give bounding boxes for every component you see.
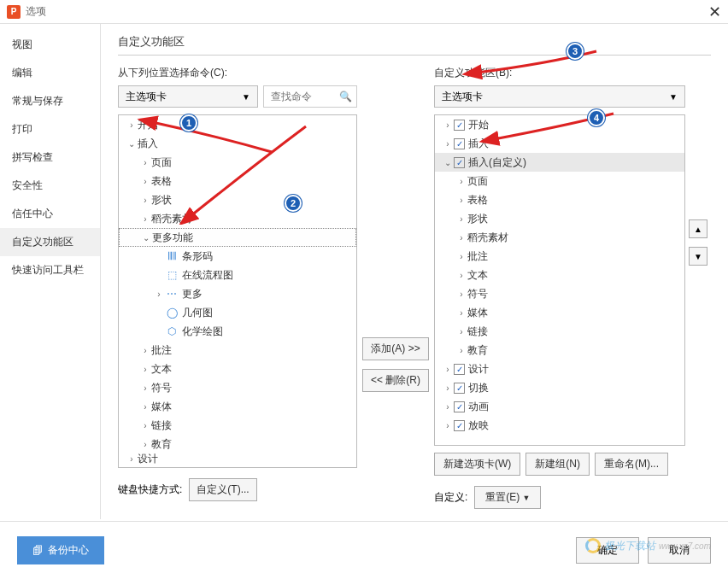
sidebar-item[interactable]: 编辑 — [0, 59, 100, 87]
tree-item[interactable]: ›批注 — [119, 341, 356, 360]
chevron-down-icon[interactable]: ⌄ — [442, 158, 454, 167]
tree-item[interactable]: ⬡化学绘图 — [119, 322, 356, 341]
chevron-right-icon[interactable]: › — [442, 421, 454, 430]
chevron-right-icon[interactable]: › — [139, 365, 151, 374]
tree-item[interactable]: ›表格 — [119, 172, 356, 190]
chevron-right-icon[interactable]: › — [442, 120, 454, 130]
backup-center-button[interactable]: 🗐 备份中心 — [17, 536, 104, 564]
cancel-button[interactable]: 取消 — [648, 537, 711, 564]
move-up-button[interactable]: ▲ — [689, 219, 707, 238]
left-tree[interactable]: ›开始⌄插入›页面›表格›形状›稻壳素材⌄更多功能𝄃𝄃𝄂条形码⬚在线流程图›⋯更… — [118, 114, 357, 468]
checkbox[interactable]: ✓ — [454, 364, 465, 375]
chevron-right-icon[interactable]: › — [126, 120, 138, 130]
tree-item[interactable]: ›页面 — [119, 153, 356, 172]
search-input[interactable]: 🔍 — [263, 85, 357, 108]
tree-item[interactable]: ›文本 — [119, 360, 356, 378]
chevron-right-icon[interactable]: › — [455, 308, 467, 318]
chevron-down-icon[interactable]: ⌄ — [140, 233, 152, 243]
sidebar-item[interactable]: 安全性 — [0, 172, 100, 200]
tree-item[interactable]: ›页面 — [435, 172, 684, 190]
tree-item[interactable]: ›文本 — [435, 266, 684, 284]
tree-item[interactable]: ›✓插入 — [435, 134, 684, 153]
tree-item[interactable]: ›稻壳素材 — [435, 228, 684, 247]
tree-item[interactable]: ›符号 — [435, 284, 684, 303]
tree-item[interactable]: ›✓放映 — [435, 416, 684, 435]
tree-item[interactable]: ›表格 — [435, 190, 684, 209]
chevron-right-icon[interactable]: › — [139, 402, 151, 412]
tree-item[interactable]: ›形状 — [119, 190, 356, 209]
chevron-right-icon[interactable]: › — [153, 290, 165, 299]
rename-button[interactable]: 重命名(M)... — [595, 453, 668, 476]
left-dropdown[interactable]: 主选项卡 ▼ — [118, 85, 258, 108]
chevron-right-icon[interactable]: › — [455, 346, 467, 355]
sidebar-item[interactable]: 打印 — [0, 115, 100, 143]
tree-item[interactable]: ›✓切换 — [435, 378, 684, 397]
tree-item[interactable]: ›稻壳素材 — [119, 209, 356, 228]
new-group-button[interactable]: 新建组(N) — [525, 453, 590, 476]
tree-item[interactable]: ›设计 — [119, 453, 356, 464]
close-icon[interactable]: ✕ — [708, 3, 721, 21]
chevron-right-icon[interactable]: › — [139, 158, 151, 167]
chevron-right-icon[interactable]: › — [139, 214, 151, 224]
right-tree[interactable]: ›✓开始›✓插入⌄✓插入(自定义)›页面›表格›形状›稻壳素材›批注›文本›符号… — [434, 114, 685, 446]
ok-button[interactable]: 确定 — [576, 537, 639, 564]
remove-button[interactable]: << 删除(R) — [362, 369, 429, 392]
tree-item[interactable]: ›形状 — [435, 209, 684, 228]
sidebar-item[interactable]: 拼写检查 — [0, 143, 100, 172]
tree-item[interactable]: 𝄃𝄃𝄂条形码 — [119, 247, 356, 266]
tree-item[interactable]: ›✓设计 — [435, 360, 684, 378]
chevron-right-icon[interactable]: › — [455, 252, 467, 261]
tree-item[interactable]: ›⋯更多 — [119, 284, 356, 303]
kb-customize-button[interactable]: 自定义(T)... — [189, 478, 256, 501]
tree-item[interactable]: ›开始 — [119, 115, 356, 134]
chevron-right-icon[interactable]: › — [139, 177, 151, 186]
chevron-right-icon[interactable]: › — [455, 290, 467, 299]
chevron-right-icon[interactable]: › — [139, 421, 151, 430]
chevron-right-icon[interactable]: › — [442, 402, 454, 412]
chevron-right-icon[interactable]: › — [455, 177, 467, 186]
add-button[interactable]: 添加(A) >> — [362, 337, 429, 360]
chevron-down-icon[interactable]: ⌄ — [126, 139, 138, 149]
tree-item[interactable]: ›媒体 — [435, 303, 684, 322]
checkbox[interactable]: ✓ — [454, 138, 465, 149]
tree-item[interactable]: ›✓动画 — [435, 397, 684, 416]
chevron-right-icon[interactable]: › — [139, 383, 151, 393]
tree-item[interactable]: ›链接 — [119, 416, 356, 435]
tree-item[interactable]: ⌄✓插入(自定义) — [435, 153, 684, 172]
chevron-right-icon[interactable]: › — [139, 196, 151, 205]
tree-item[interactable]: ›媒体 — [119, 397, 356, 416]
tree-item[interactable]: ›教育 — [119, 435, 356, 453]
chevron-right-icon[interactable]: › — [455, 271, 467, 280]
tree-item[interactable]: ◯几何图 — [119, 303, 356, 322]
right-dropdown[interactable]: 主选项卡 ▼ — [434, 85, 685, 108]
chevron-right-icon[interactable]: › — [126, 454, 138, 464]
chevron-right-icon[interactable]: › — [442, 139, 454, 149]
new-tab-button[interactable]: 新建选项卡(W) — [434, 453, 520, 476]
tree-item[interactable]: ›教育 — [435, 341, 684, 360]
chevron-right-icon[interactable]: › — [455, 214, 467, 224]
chevron-right-icon[interactable]: › — [442, 383, 454, 393]
sidebar-item[interactable]: 常规与保存 — [0, 87, 100, 115]
tree-item[interactable]: ›链接 — [435, 322, 684, 341]
tree-item[interactable]: ›符号 — [119, 378, 356, 397]
tree-item[interactable]: ⬚在线流程图 — [119, 266, 356, 284]
tree-item[interactable]: ›批注 — [435, 247, 684, 266]
tree-item[interactable]: ⌄更多功能 — [119, 228, 356, 247]
chevron-right-icon[interactable]: › — [455, 327, 467, 336]
checkbox[interactable]: ✓ — [454, 383, 465, 394]
sidebar-item[interactable]: 自定义功能区 — [0, 228, 100, 256]
sidebar-item[interactable]: 视图 — [0, 31, 100, 59]
checkbox[interactable]: ✓ — [454, 120, 465, 131]
chevron-right-icon[interactable]: › — [455, 233, 467, 243]
chevron-right-icon[interactable]: › — [139, 440, 151, 449]
sidebar-item[interactable]: 信任中心 — [0, 200, 100, 228]
checkbox[interactable]: ✓ — [454, 401, 465, 412]
chevron-right-icon[interactable]: › — [442, 365, 454, 374]
chevron-right-icon[interactable]: › — [455, 196, 467, 205]
chevron-right-icon[interactable]: › — [139, 346, 151, 355]
checkbox[interactable]: ✓ — [454, 157, 465, 168]
reset-button[interactable]: 重置(E) ▼ — [474, 486, 541, 509]
checkbox[interactable]: ✓ — [454, 420, 465, 431]
tree-item[interactable]: ›✓开始 — [435, 115, 684, 134]
move-down-button[interactable]: ▼ — [689, 247, 707, 266]
